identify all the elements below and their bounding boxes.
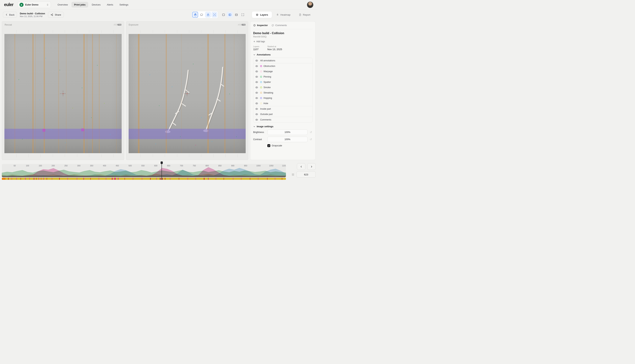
timeline-tick-label: 350: [90, 164, 93, 167]
annotation-row[interactable]: Hole: [253, 101, 312, 106]
visibility-eye-icon[interactable]: [255, 112, 259, 116]
annotation-label: Hole: [264, 102, 268, 105]
brightness-reset-icon[interactable]: ↺: [309, 130, 313, 134]
back-button[interactable]: Back: [3, 12, 17, 18]
annotation-color-dot: [260, 65, 262, 67]
layer-histogram[interactable]: 5010015020025030035040045050055060065070…: [2, 162, 286, 180]
timeline-tick-label: 550: [141, 164, 145, 167]
annotations-section-header[interactable]: Annotations: [253, 53, 313, 56]
timeline-tick-label: 500: [129, 164, 132, 167]
annotation-row[interactable]: Warpage: [253, 69, 312, 74]
visibility-eye-icon[interactable]: [255, 70, 259, 74]
visibility-eye-icon[interactable]: [255, 75, 259, 79]
timeline-marker[interactable]: [162, 162, 162, 180]
histogram-area[interactable]: 5010015020025030035040045050055060065070…: [2, 164, 286, 177]
recoat-canvas[interactable]: [5, 34, 122, 153]
annotation-row[interactable]: Outside part: [253, 112, 312, 117]
ruler-ticks: [5, 154, 122, 157]
tab-report[interactable]: Report: [295, 11, 315, 18]
visibility-eye-icon[interactable]: [255, 102, 259, 106]
subtab-inspector[interactable]: Inspector: [253, 24, 268, 27]
annotation-row[interactable]: Comments: [253, 117, 312, 122]
annotation-color-dot: [260, 97, 262, 99]
brightness-input[interactable]: [267, 130, 308, 135]
single-pane-button[interactable]: [221, 12, 226, 18]
annotation-row[interactable]: Obstruction: [253, 63, 312, 69]
timeline-tick-label: 1050: [269, 164, 273, 167]
annotation-color-dot: [260, 70, 262, 72]
visibility-eye-icon[interactable]: [255, 107, 259, 111]
subtab-comments[interactable]: Comments: [272, 24, 287, 27]
annotation-row[interactable]: Streaking: [253, 90, 312, 95]
annotation-row[interactable]: Inside part: [253, 106, 312, 112]
defect-dot: [104, 103, 105, 104]
defect-dot: [195, 145, 196, 146]
viewer-layer-id: #00623: [238, 24, 246, 26]
tab-layers[interactable]: Layers: [252, 11, 272, 18]
split-vertical-button[interactable]: [227, 12, 233, 18]
annotation-label: Warpage: [264, 70, 273, 73]
add-tags-label: Add tags: [256, 40, 265, 43]
org-switcher[interactable]: e Euler Demo: [18, 2, 51, 8]
annotation-row[interactable]: All annotations: [253, 58, 312, 63]
visibility-eye-icon[interactable]: [255, 91, 259, 95]
chevron-left-icon: [300, 165, 303, 168]
defect-dot: [91, 117, 92, 118]
visibility-eye-icon[interactable]: [255, 80, 259, 84]
center-view-button[interactable]: [212, 12, 217, 18]
layer-grid-icon[interactable]: [291, 173, 295, 176]
visibility-eye-icon[interactable]: [255, 64, 259, 68]
annotation-label: Pinning: [264, 76, 271, 78]
previous-layer-button[interactable]: [297, 163, 305, 170]
share-button[interactable]: Share: [48, 12, 64, 18]
user-avatar[interactable]: [307, 2, 313, 8]
lock-tool-button[interactable]: [205, 12, 211, 18]
nav-item-alerts[interactable]: Alerts: [104, 2, 116, 8]
viewer-label: Recoat: [5, 24, 12, 26]
obstruction-annotation[interactable]: [43, 129, 45, 132]
comment-tool-button[interactable]: [199, 12, 205, 18]
annotation-row[interactable]: Hopping: [253, 95, 312, 101]
nav-item-print-jobs[interactable]: Print jobs: [72, 2, 88, 8]
visibility-eye-icon[interactable]: [255, 96, 259, 100]
obstruction-annotation[interactable]: [81, 128, 84, 131]
image-settings-section-header[interactable]: Image settings: [253, 125, 313, 128]
arrow-left-icon: [5, 14, 8, 16]
annotation-color-dot: [260, 86, 262, 88]
pan-tool-button[interactable]: [192, 12, 198, 18]
next-layer-button[interactable]: [307, 163, 316, 170]
subtab-comments-label: Comments: [275, 24, 287, 27]
nav-item-devices[interactable]: Devices: [89, 2, 103, 8]
timeline-tick-label: 150: [39, 164, 42, 167]
grayscale-checkbox[interactable]: [267, 144, 270, 147]
timeline-marker-handle[interactable]: [161, 162, 163, 164]
contrast-input[interactable]: [267, 137, 308, 142]
info-icon: [253, 24, 256, 27]
expand-icon: [241, 13, 244, 16]
ruler-ticks: [129, 30, 246, 33]
current-layer-input[interactable]: [297, 171, 316, 178]
visibility-eye-icon[interactable]: [255, 86, 259, 90]
annotation-row[interactable]: Smoke: [253, 85, 312, 90]
annotation-row[interactable]: Spatter: [253, 79, 312, 85]
visibility-eye-icon[interactable]: [255, 58, 259, 63]
exposure-canvas[interactable]: [129, 34, 246, 153]
timeline-strip[interactable]: [2, 178, 286, 180]
tab-heatmap[interactable]: Heatmap: [273, 11, 293, 18]
timeline-tick-label: 50: [14, 164, 16, 167]
nav-item-settings[interactable]: Settings: [117, 2, 131, 8]
visibility-eye-icon[interactable]: [255, 118, 259, 122]
split-horizontal-button[interactable]: [233, 12, 239, 18]
contrast-reset-icon[interactable]: ↺: [309, 138, 313, 141]
nav-item-overview[interactable]: Overview: [55, 2, 70, 8]
annotation-color-dot: [260, 81, 262, 83]
add-tags-button[interactable]: Add tags: [253, 40, 265, 43]
annotation-row[interactable]: Pinning: [253, 74, 312, 79]
annotation-list: All annotations Obstruction: [253, 58, 313, 122]
hand-icon: [194, 13, 197, 16]
stat-layers: Layers 1107: [253, 45, 259, 51]
fullscreen-button[interactable]: [240, 12, 246, 18]
stat-started-label: Started at: [267, 45, 282, 48]
grayscale-setting: Grayscale: [267, 144, 313, 147]
annotations-section-label: Annotations: [257, 53, 271, 56]
